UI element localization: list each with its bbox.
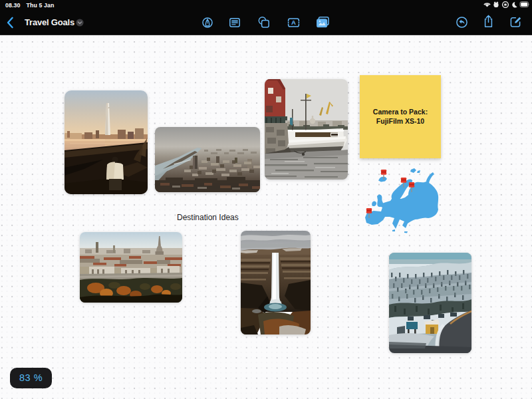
svg-text:A: A — [291, 19, 296, 26]
